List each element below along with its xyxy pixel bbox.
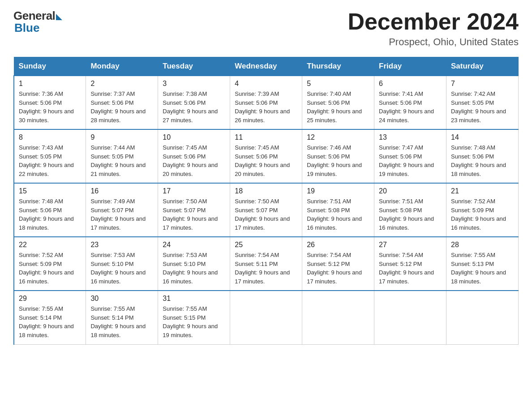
day-cell	[302, 291, 374, 344]
day-info: Sunrise: 7:53 AMSunset: 5:10 PMDaylight:…	[163, 251, 225, 286]
day-number: 25	[235, 241, 297, 249]
day-number: 6	[379, 80, 442, 88]
logo: General Blue	[13, 9, 62, 35]
day-cell: 6Sunrise: 7:41 AMSunset: 5:06 PMDaylight…	[374, 76, 446, 129]
day-cell: 27Sunrise: 7:54 AMSunset: 5:12 PMDayligh…	[374, 237, 446, 291]
day-info: Sunrise: 7:45 AMSunset: 5:06 PMDaylight:…	[235, 143, 297, 178]
day-cell: 1Sunrise: 7:36 AMSunset: 5:06 PMDaylight…	[14, 76, 86, 129]
day-cell: 31Sunrise: 7:55 AMSunset: 5:15 PMDayligh…	[158, 291, 230, 344]
day-cell: 2Sunrise: 7:37 AMSunset: 5:06 PMDaylight…	[86, 76, 158, 129]
day-number: 22	[19, 241, 81, 249]
day-info: Sunrise: 7:50 AMSunset: 5:07 PMDaylight:…	[235, 197, 297, 232]
day-cell: 21Sunrise: 7:52 AMSunset: 5:09 PMDayligh…	[446, 183, 519, 237]
day-number: 20	[379, 187, 442, 195]
day-cell: 20Sunrise: 7:51 AMSunset: 5:08 PMDayligh…	[374, 183, 446, 237]
day-info: Sunrise: 7:52 AMSunset: 5:09 PMDaylight:…	[451, 197, 514, 232]
day-number: 10	[163, 133, 225, 141]
day-cell	[374, 291, 446, 344]
day-cell: 30Sunrise: 7:55 AMSunset: 5:14 PMDayligh…	[86, 291, 158, 344]
day-info: Sunrise: 7:54 AMSunset: 5:12 PMDaylight:…	[379, 251, 442, 286]
day-number: 16	[90, 187, 153, 195]
day-cell: 17Sunrise: 7:50 AMSunset: 5:07 PMDayligh…	[158, 183, 230, 237]
day-info: Sunrise: 7:47 AMSunset: 5:06 PMDaylight:…	[379, 143, 442, 178]
day-info: Sunrise: 7:44 AMSunset: 5:05 PMDaylight:…	[90, 143, 153, 178]
day-info: Sunrise: 7:42 AMSunset: 5:05 PMDaylight:…	[451, 90, 514, 124]
day-cell: 7Sunrise: 7:42 AMSunset: 5:05 PMDaylight…	[446, 76, 519, 129]
day-cell: 18Sunrise: 7:50 AMSunset: 5:07 PMDayligh…	[230, 183, 302, 237]
day-number: 23	[90, 241, 153, 249]
day-cell: 23Sunrise: 7:53 AMSunset: 5:10 PMDayligh…	[86, 237, 158, 291]
day-cell: 4Sunrise: 7:39 AMSunset: 5:06 PMDaylight…	[230, 76, 302, 129]
day-info: Sunrise: 7:49 AMSunset: 5:07 PMDaylight:…	[90, 197, 153, 232]
day-cell: 12Sunrise: 7:46 AMSunset: 5:06 PMDayligh…	[302, 129, 374, 183]
header-day-wednesday: Wednesday	[230, 57, 302, 76]
day-info: Sunrise: 7:52 AMSunset: 5:09 PMDaylight:…	[19, 251, 81, 286]
day-number: 8	[19, 133, 81, 141]
day-cell: 16Sunrise: 7:49 AMSunset: 5:07 PMDayligh…	[86, 183, 158, 237]
day-number: 31	[163, 295, 225, 303]
day-cell: 28Sunrise: 7:55 AMSunset: 5:13 PMDayligh…	[446, 237, 519, 291]
day-number: 29	[19, 295, 81, 303]
day-info: Sunrise: 7:55 AMSunset: 5:14 PMDaylight:…	[90, 304, 153, 339]
day-number: 17	[163, 187, 225, 195]
day-info: Sunrise: 7:36 AMSunset: 5:06 PMDaylight:…	[19, 90, 81, 124]
day-info: Sunrise: 7:38 AMSunset: 5:06 PMDaylight:…	[163, 90, 225, 124]
day-info: Sunrise: 7:51 AMSunset: 5:08 PMDaylight:…	[379, 197, 442, 232]
day-cell: 25Sunrise: 7:54 AMSunset: 5:11 PMDayligh…	[230, 237, 302, 291]
day-number: 4	[235, 80, 297, 88]
logo-arrow-icon	[56, 14, 62, 20]
day-number: 2	[90, 80, 153, 88]
page-header: General Blue December 2024 Prospect, Ohi…	[13, 9, 519, 48]
day-number: 11	[235, 133, 297, 141]
day-cell: 14Sunrise: 7:48 AMSunset: 5:06 PMDayligh…	[446, 129, 519, 183]
header-day-saturday: Saturday	[446, 57, 519, 76]
day-cell: 11Sunrise: 7:45 AMSunset: 5:06 PMDayligh…	[230, 129, 302, 183]
day-cell: 8Sunrise: 7:43 AMSunset: 5:05 PMDaylight…	[14, 129, 86, 183]
day-number: 9	[90, 133, 153, 141]
header-day-tuesday: Tuesday	[158, 57, 230, 76]
day-info: Sunrise: 7:55 AMSunset: 5:15 PMDaylight:…	[163, 304, 225, 339]
day-number: 5	[307, 80, 369, 88]
day-cell: 9Sunrise: 7:44 AMSunset: 5:05 PMDaylight…	[86, 129, 158, 183]
day-cell	[446, 291, 519, 344]
calendar-subtitle: Prospect, Ohio, United States	[348, 36, 519, 48]
day-info: Sunrise: 7:54 AMSunset: 5:12 PMDaylight:…	[307, 251, 369, 286]
day-number: 27	[379, 241, 442, 249]
header-day-sunday: Sunday	[14, 57, 86, 76]
day-number: 28	[451, 241, 514, 249]
week-row-2: 8Sunrise: 7:43 AMSunset: 5:05 PMDaylight…	[14, 129, 519, 183]
calendar-header: SundayMondayTuesdayWednesdayThursdayFrid…	[14, 57, 519, 76]
day-number: 19	[307, 187, 369, 195]
title-area: December 2024 Prospect, Ohio, United Sta…	[348, 9, 519, 48]
calendar-table: SundayMondayTuesdayWednesdayThursdayFrid…	[13, 57, 519, 345]
day-info: Sunrise: 7:51 AMSunset: 5:08 PMDaylight:…	[307, 197, 369, 232]
header-day-friday: Friday	[374, 57, 446, 76]
day-number: 26	[307, 241, 369, 249]
day-info: Sunrise: 7:55 AMSunset: 5:14 PMDaylight:…	[19, 304, 81, 339]
day-number: 21	[451, 187, 514, 195]
day-info: Sunrise: 7:53 AMSunset: 5:10 PMDaylight:…	[90, 251, 153, 286]
day-cell: 19Sunrise: 7:51 AMSunset: 5:08 PMDayligh…	[302, 183, 374, 237]
header-day-monday: Monday	[86, 57, 158, 76]
day-cell: 3Sunrise: 7:38 AMSunset: 5:06 PMDaylight…	[158, 76, 230, 129]
day-info: Sunrise: 7:55 AMSunset: 5:13 PMDaylight:…	[451, 251, 514, 286]
day-info: Sunrise: 7:46 AMSunset: 5:06 PMDaylight:…	[307, 143, 369, 178]
day-cell: 10Sunrise: 7:45 AMSunset: 5:06 PMDayligh…	[158, 129, 230, 183]
day-info: Sunrise: 7:37 AMSunset: 5:06 PMDaylight:…	[90, 90, 153, 124]
day-info: Sunrise: 7:48 AMSunset: 5:06 PMDaylight:…	[19, 197, 81, 232]
logo-blue-text: Blue	[14, 21, 39, 35]
day-number: 30	[90, 295, 153, 303]
calendar-title: December 2024	[348, 9, 519, 34]
day-number: 13	[379, 133, 442, 141]
day-number: 15	[19, 187, 81, 195]
day-cell	[230, 291, 302, 344]
day-cell: 13Sunrise: 7:47 AMSunset: 5:06 PMDayligh…	[374, 129, 446, 183]
header-day-thursday: Thursday	[302, 57, 374, 76]
calendar-body: 1Sunrise: 7:36 AMSunset: 5:06 PMDaylight…	[14, 76, 519, 344]
day-info: Sunrise: 7:48 AMSunset: 5:06 PMDaylight:…	[451, 143, 514, 178]
day-info: Sunrise: 7:40 AMSunset: 5:06 PMDaylight:…	[307, 90, 369, 124]
day-info: Sunrise: 7:54 AMSunset: 5:11 PMDaylight:…	[235, 251, 297, 286]
day-info: Sunrise: 7:45 AMSunset: 5:06 PMDaylight:…	[163, 143, 225, 178]
day-number: 14	[451, 133, 514, 141]
day-number: 18	[235, 187, 297, 195]
